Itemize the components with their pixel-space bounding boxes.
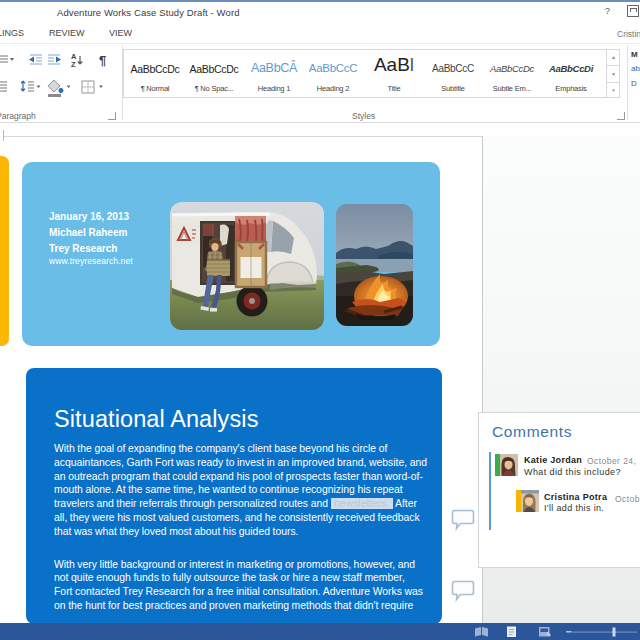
svg-text:¶: ¶ (99, 53, 106, 68)
svg-text:Z: Z (71, 60, 76, 69)
